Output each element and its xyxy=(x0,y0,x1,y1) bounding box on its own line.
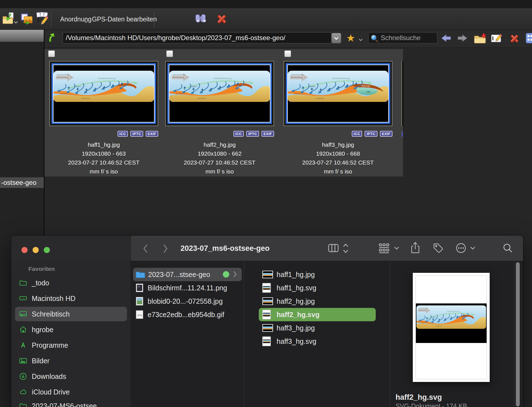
gc-left-panel-header xyxy=(0,30,44,42)
convert-images-button[interactable] xyxy=(21,13,33,26)
svg-text:vorherrschende: vorherrschende xyxy=(419,308,427,309)
view-sort-chevrons-icon[interactable] xyxy=(343,243,349,255)
column-view-button[interactable] xyxy=(328,244,339,254)
svg-text:vorherrschende: vorherrschende xyxy=(57,73,69,75)
applications-icon xyxy=(19,341,27,349)
finder-column-2: haff1_hg.jpg haff1_hg.svg haff2_hg.jpg h… xyxy=(244,261,390,407)
column2-row-haff2-svg-selected[interactable]: haff2_hg.svg xyxy=(262,308,319,321)
file-name: 2023-07...stsee-geo xyxy=(148,271,210,279)
column2-row-haff2-jpg[interactable]: haff2_hg.jpg xyxy=(262,295,315,308)
thumb1-caption: haff1_hg.jpg 1920x1080 - 663 2023-07-27 … xyxy=(44,140,164,176)
thumb3-checkbox[interactable] xyxy=(284,50,291,57)
toolbar-separator xyxy=(154,12,155,27)
finder-preview-pane: Küstenströmung Wellen Strand Steilküste … xyxy=(390,261,523,407)
svg-text:Strand: Strand xyxy=(294,93,300,95)
jpg-thumbnail-icon xyxy=(262,270,273,279)
iptc-badge: IPTC xyxy=(130,131,143,137)
edit-name-button[interactable] xyxy=(490,33,502,45)
haff2-preview-diagram: Küstenströmung Wellen Strand Steilküste … xyxy=(416,305,486,329)
sidebar-item-label: 2023-07-MS6-ostsee xyxy=(32,402,97,407)
new-folder-button[interactable] xyxy=(474,33,486,45)
favorites-star-button[interactable]: ★ xyxy=(346,31,355,45)
sidebar-item-hgrobe[interactable]: hgrobe xyxy=(15,322,127,337)
thumb1-image[interactable]: Küstenströmung Wellen Strand Steilküste … xyxy=(49,61,158,126)
thumb2-exif: mm f/ s iso xyxy=(160,167,280,176)
forward-button[interactable] xyxy=(456,34,468,44)
thumb3-filename: haff3_hg.jpg xyxy=(278,140,398,149)
hard-drive-icon xyxy=(19,294,27,303)
import-folder-button[interactable] xyxy=(2,12,15,26)
desktop-icon xyxy=(19,310,27,318)
thumb3-datetime: 2023-07-27 10:46:52 CEST xyxy=(278,158,398,167)
more-actions-button[interactable] xyxy=(455,242,467,255)
finder-window: 2023-07_ms6-ostsee-geo xyxy=(11,236,523,407)
column1-row-gif[interactable]: e73ce2edb...eb954db.gif xyxy=(135,308,224,321)
up-folder-icon[interactable] xyxy=(47,32,56,44)
svg-preview-page: Küstenströmung Wellen Strand Steilküste … xyxy=(413,273,490,382)
file-name: blobid0-20...-072558.jpg xyxy=(148,297,223,305)
svg-text:Steilküste: Steilküste xyxy=(81,97,90,99)
sidebar-item-todo[interactable]: _todo xyxy=(15,276,127,290)
thumb3-dimensions: 1920x1080 - 668 xyxy=(278,149,398,158)
close-traffic-light[interactable] xyxy=(21,247,28,253)
preview-scrollbar[interactable] xyxy=(516,262,520,406)
desktop: Anordnung GPS-Daten bearbeiten xyxy=(0,0,532,407)
svg-text:Steilküste: Steilküste xyxy=(316,97,324,99)
file-name: haff3_hg.svg xyxy=(277,337,316,345)
thumb3-badges: ICC IPTC EXIF xyxy=(284,131,392,137)
iptc-badge: IPTC xyxy=(365,131,377,137)
column1-row-jpg[interactable]: blobid0-20...-072558.jpg xyxy=(135,295,223,308)
finder-search-button[interactable] xyxy=(502,242,514,255)
sidebar-item-icloud-drive[interactable]: iCloud Drive xyxy=(15,385,127,399)
path-input[interactable] xyxy=(63,32,331,43)
view-grid-button[interactable] xyxy=(526,33,532,45)
minimize-traffic-light[interactable] xyxy=(33,247,39,253)
gc-address-bar: ★ Schnellsuche xyxy=(0,30,532,48)
thumb2-caption: haff2_hg.jpg 1920x1080 - 662 2023-07-27 … xyxy=(160,140,280,176)
gc-left-panel-folder-item[interactable]: -ostsee-geo xyxy=(0,177,44,188)
svg-text:Windrichtung: Windrichtung xyxy=(291,76,303,79)
sidebar-item-2023-07-ms6[interactable]: 2023-07-MS6-ostsee xyxy=(15,399,127,407)
column2-row-haff1-svg[interactable]: haff1_hg.svg xyxy=(262,281,316,295)
file-thumbnail-icon xyxy=(135,296,144,306)
gps-edit-button[interactable]: GPS-Daten bearbeiten xyxy=(92,9,157,30)
sidebar-item-downloads[interactable]: Downloads xyxy=(15,369,127,384)
column2-row-haff3-jpg[interactable]: haff3_hg.jpg xyxy=(262,321,315,335)
column1-row-folder[interactable]: 2023-07...stsee-geo xyxy=(135,268,210,281)
group-by-chevron-icon[interactable] xyxy=(394,246,399,251)
finder-window-title: 2023-07_ms6-ostsee-geo xyxy=(180,236,270,261)
favorites-chevron-icon[interactable] xyxy=(359,37,363,42)
group-by-button[interactable] xyxy=(378,243,391,255)
more-actions-chevron-icon[interactable] xyxy=(470,246,475,251)
sidebar-item-bilder[interactable]: Bilder xyxy=(15,354,127,368)
sidebar-item-macintosh-hd[interactable]: Macintosh HD xyxy=(15,291,127,306)
svg-text:Haff: Haff xyxy=(366,90,370,93)
cloud-icon xyxy=(19,388,27,396)
column2-row-haff3-svg[interactable]: haff3_hg.svg xyxy=(262,335,316,348)
thumb2-checkbox[interactable] xyxy=(166,50,173,57)
thumb1-checkbox[interactable] xyxy=(48,50,55,57)
thumb2-image[interactable]: Küstenströmung Wellen Strand Steilküste … xyxy=(165,61,274,126)
file-name: haff1_hg.jpg xyxy=(277,271,315,279)
column1-row-png[interactable]: Bildschirmf...11.24.11.png xyxy=(135,281,227,295)
finder-back-button[interactable] xyxy=(142,244,149,254)
remove-x-button[interactable] xyxy=(509,34,520,45)
thumb3-image[interactable]: Küstenströmung Nehrung Haff Wellen Stran… xyxy=(284,61,392,126)
sidebar-item-programme[interactable]: Programme xyxy=(15,338,127,352)
delete-x-button[interactable] xyxy=(216,14,228,26)
batch-edit-button[interactable] xyxy=(36,11,49,27)
sidebar-item-schreibtisch[interactable]: Schreibtisch xyxy=(15,307,127,321)
finder-titlebar[interactable]: 2023-07_ms6-ostsee-geo xyxy=(11,236,523,261)
search-binoculars-button[interactable] xyxy=(194,13,208,26)
quick-search-field[interactable]: Schnellsuche xyxy=(368,32,437,43)
gc-toolbar: Anordnung GPS-Daten bearbeiten xyxy=(0,8,532,30)
maximize-traffic-light[interactable] xyxy=(44,247,50,253)
back-button[interactable] xyxy=(440,34,452,44)
tag-button[interactable] xyxy=(432,242,444,255)
finder-forward-button[interactable] xyxy=(162,244,169,254)
share-button[interactable] xyxy=(411,242,420,256)
path-dropdown-button[interactable] xyxy=(331,33,341,43)
import-folder-chevron-icon[interactable] xyxy=(14,20,18,25)
sidebar-item-label: Macintosh HD xyxy=(32,295,75,303)
column2-row-haff1-jpg[interactable]: haff1_hg.jpg xyxy=(262,268,315,281)
